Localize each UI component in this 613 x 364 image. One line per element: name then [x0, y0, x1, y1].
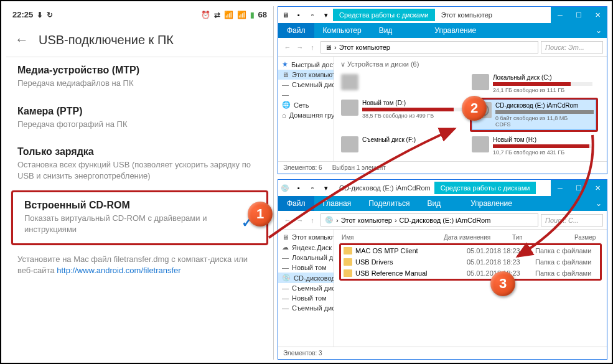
sidebar-icon: ⌂	[282, 111, 286, 119]
folder-icon	[344, 258, 352, 266]
ribbon-tab-share[interactable]: Поделиться	[360, 196, 418, 211]
sidebar-icon: 🌐	[282, 101, 291, 109]
minimize-button[interactable]: ─	[551, 7, 569, 23]
option-ptp[interactable]: Камера (PTP) Передача фотографий на ПК	[6, 98, 273, 139]
qat-icon[interactable]: ▫	[306, 8, 319, 22]
close-button[interactable]: ✕	[588, 180, 607, 196]
ribbon-tab-manage[interactable]: Управление	[462, 196, 521, 211]
sidebar-icon: —	[282, 81, 289, 88]
qat-dropdown-icon[interactable]: ▾	[319, 8, 333, 22]
drive-sub: 0 байт свободно из 11,8 МБCDFS	[495, 115, 594, 128]
nav-fwd-icon[interactable]: →	[294, 217, 306, 224]
ribbon-tab-view[interactable]: Вид	[418, 196, 449, 211]
window-title: CD-дисковод (E:) iAmCdRom	[333, 184, 434, 192]
ribbon-tab-computer[interactable]: Компьютер	[314, 23, 370, 38]
file-type: Папка с файлами	[535, 269, 597, 277]
maximize-button[interactable]: ☐	[569, 7, 588, 23]
drive-name: CD-дисковод (E:) iAmCdRom	[495, 102, 594, 109]
sidebar-item[interactable]: 🌐Сеть	[278, 100, 334, 110]
nav-up-icon[interactable]: ↑	[307, 44, 318, 51]
file-row[interactable]: USB Reference Manual 05.01.2018 18:23 Па…	[341, 268, 600, 279]
option-cdrom[interactable]: Встроенный CD-ROM Показать виртуальный C…	[11, 190, 268, 245]
sync-icon: ↻	[47, 11, 53, 19]
sidebar-item[interactable]: ⌂Домашняя группа	[278, 110, 334, 120]
sidebar-icon: —	[282, 294, 289, 302]
page-title: USB-подключение к ПК	[39, 33, 174, 47]
ribbon: Файл Главная Поделиться Вид Управление ⌄	[278, 196, 607, 211]
drive-item[interactable]	[339, 72, 464, 95]
app-icon[interactable]: 💿	[278, 181, 292, 195]
sidebar-label: Съемный диск	[292, 304, 334, 312]
sidebar-label: Новый том	[292, 294, 327, 302]
drive-item[interactable]: Новый том (D:) 38,5 ГБ свободно из 499 Г…	[339, 98, 464, 132]
ribbon-file[interactable]: Файл	[278, 23, 314, 38]
nav-back-icon[interactable]: ←	[282, 217, 293, 224]
minimize-button[interactable]: ─	[551, 180, 569, 196]
drive-item[interactable]: Локальный диск (C:) 24,1 ГБ свободно из …	[470, 72, 594, 95]
sidebar-label: Этот компьютер	[292, 71, 334, 78]
nav-up-icon[interactable]: ↑	[307, 217, 318, 224]
app-icon[interactable]: 🖥	[278, 8, 292, 22]
close-button[interactable]: ✕	[588, 7, 607, 23]
ribbon-file[interactable]: Файл	[278, 196, 314, 211]
nav-back-icon[interactable]: ←	[282, 44, 293, 51]
sidebar-item[interactable]: 🖥Этот компьютер	[278, 70, 334, 80]
sidebar-item[interactable]: 🖥Этот компьютер	[278, 232, 334, 242]
sidebar-icon: —	[282, 264, 289, 271]
sidebar-label: Сеть	[294, 101, 309, 109]
drive-sub: 24,1 ГБ свободно из 111 ГБ	[493, 87, 592, 93]
option-title: Медиа-устройство (MTP)	[17, 65, 262, 76]
battery-icon: ▮	[250, 11, 255, 19]
hint-link[interactable]: http://www.android.com/filetransfer	[57, 266, 180, 275]
sidebar-item[interactable]: —Съемный диск	[278, 303, 334, 313]
ribbon-tab-home[interactable]: Главная	[314, 196, 360, 211]
file-name: USB Drivers	[355, 258, 467, 266]
maximize-button[interactable]: ☐	[569, 180, 588, 196]
sidebar-label: Яндекс.Диск	[292, 244, 332, 251]
sidebar-item[interactable]: —Новый том	[278, 263, 334, 273]
ribbon-tab-manage[interactable]: Управление	[426, 23, 485, 38]
qat-icon[interactable]: ▫	[306, 181, 319, 195]
pc-icon: 🖥	[325, 44, 332, 51]
drive-icon	[472, 136, 489, 152]
folder-icon	[344, 247, 352, 254]
sidebar-item[interactable]: —Локальный диск	[278, 253, 334, 263]
qat-icon[interactable]: ▪	[292, 181, 306, 195]
drive-item[interactable]: CD-дисковод (E:) iAmCdRom 0 байт свободн…	[472, 100, 596, 130]
file-date: 05.01.2018 18:23	[467, 247, 535, 254]
option-mtp[interactable]: Медиа-устройство (MTP) Передача медиафай…	[6, 57, 273, 98]
status-bar: 22:25 ⬇ ↻ ⏰ ⇄ 📶 📶 ▮ 68	[6, 6, 273, 23]
sidebar-icon: —	[282, 91, 289, 98]
option-charge[interactable]: Только зарядка Остановка всех функций US…	[6, 139, 273, 190]
search-input[interactable]: Поиск: Эт...	[541, 41, 603, 54]
sidebar-item[interactable]: —	[278, 90, 334, 100]
drive-name: Новый том (H:)	[493, 136, 592, 143]
sidebar-item[interactable]: —Съемный диск	[278, 80, 334, 90]
sidebar-item[interactable]: —Новый том	[278, 293, 334, 303]
address-path[interactable]: 🖥 › Этот компьютер	[321, 41, 538, 54]
qat-dropdown-icon[interactable]: ▾	[319, 181, 333, 195]
file-row[interactable]: MAC OS MTP Client 05.01.2018 18:23 Папка…	[341, 245, 600, 256]
qat-icon[interactable]: ▪	[292, 8, 306, 22]
back-icon[interactable]: ←	[15, 32, 29, 48]
ribbon-expand-icon[interactable]: ⌄	[591, 199, 607, 208]
drive-item[interactable]: Съемный диск (F:)	[339, 134, 464, 157]
nav-fwd-icon[interactable]: →	[294, 44, 306, 51]
address-path[interactable]: 💿 › Этот компьютер › CD-дисковод (E:) iA…	[321, 213, 538, 226]
sidebar-icon: 💿	[282, 274, 291, 282]
drive-item[interactable]: Новый том (H:) 10,7 ГБ свободно из 431 Г…	[470, 134, 594, 157]
column-headers[interactable]: Имя Дата изменения Тип Размер	[339, 232, 602, 243]
ribbon: Файл Компьютер Вид Управление ⌄	[278, 23, 607, 38]
ribbon-tab-view[interactable]: Вид	[370, 23, 401, 38]
sidebar-item[interactable]: —Съемный диск	[278, 283, 334, 293]
sidebar-icon: —	[282, 284, 289, 292]
sidebar-item[interactable]: ★Быстрый доступ	[278, 59, 334, 70]
sidebar-item[interactable]: ☁Яндекс.Диск	[278, 242, 334, 253]
alarm-icon: ⏰	[201, 11, 210, 19]
search-input[interactable]: Поиск: C...	[541, 214, 603, 226]
sidebar-icon: ★	[282, 60, 288, 68]
sidebar-item[interactable]: 💿CD-дисковод	[278, 273, 334, 283]
address-bar: ←→↑ 💿 › Этот компьютер › CD-дисковод (E:…	[278, 211, 607, 230]
file-row[interactable]: USB Drivers 05.01.2018 18:23 Папка с фай…	[341, 256, 600, 268]
ribbon-expand-icon[interactable]: ⌄	[591, 26, 607, 35]
